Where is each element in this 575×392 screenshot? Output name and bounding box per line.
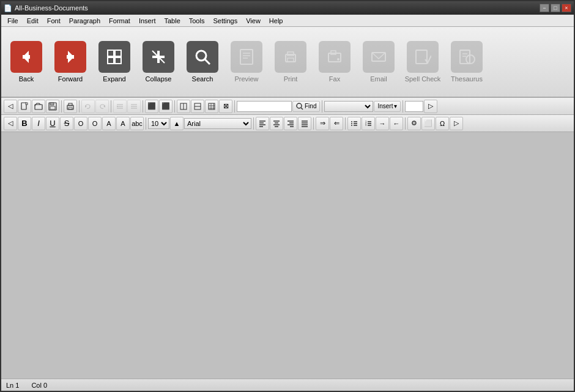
print-small-button[interactable] bbox=[64, 100, 77, 113]
right-align-small[interactable]: ⬛ bbox=[159, 100, 172, 113]
preview-icon-container bbox=[231, 41, 262, 73]
align-right-button[interactable] bbox=[284, 117, 297, 130]
font-name-select[interactable]: Arial Times New Roman Courier New bbox=[184, 118, 251, 129]
print-icon-container bbox=[275, 41, 306, 73]
indent-decrease-button[interactable]: ← bbox=[390, 117, 403, 130]
new-doc-button[interactable] bbox=[18, 100, 31, 113]
color-button[interactable]: A bbox=[116, 117, 130, 130]
menu-tools[interactable]: Tools bbox=[185, 16, 209, 26]
indent-increase-button[interactable]: → bbox=[376, 117, 389, 130]
menu-file[interactable]: File bbox=[4, 16, 22, 26]
forward-label: Forward bbox=[58, 75, 83, 83]
border-button[interactable]: ⬜ bbox=[421, 117, 435, 130]
shadow-button[interactable]: O bbox=[88, 117, 102, 130]
indent-button bbox=[127, 100, 141, 113]
insert-button[interactable]: Insert ▾ bbox=[374, 101, 401, 112]
expand-icon-container bbox=[98, 41, 130, 73]
strikethrough-button[interactable]: S bbox=[60, 117, 73, 130]
titlebar-left: 📄 All-Business-Documents bbox=[4, 4, 88, 12]
toolbar-format: ◁ B I U S O O A A abc 10 12 14 16 ▲ Aria… bbox=[1, 115, 574, 132]
table-insert[interactable] bbox=[205, 100, 218, 113]
minimize-button[interactable]: − bbox=[540, 4, 549, 12]
find-label: Find bbox=[305, 103, 316, 109]
menubar: File Edit Font Paragraph Format Insert T… bbox=[1, 15, 574, 27]
nav-left-button[interactable]: ◁ bbox=[4, 100, 17, 113]
search-label: Search bbox=[192, 75, 213, 83]
menu-edit[interactable]: Edit bbox=[23, 16, 42, 26]
spellcheck-icon-container bbox=[407, 41, 439, 73]
expand-button[interactable]: Expand bbox=[93, 30, 136, 94]
nav-left-format[interactable]: ◁ bbox=[4, 117, 17, 130]
svg-rect-32 bbox=[35, 105, 42, 109]
sep-fmt2 bbox=[253, 117, 254, 130]
nav-right-button[interactable]: ▷ bbox=[424, 100, 437, 113]
menu-view[interactable]: View bbox=[242, 16, 264, 26]
table-delete[interactable]: ⊠ bbox=[219, 100, 232, 113]
fax-icon-container bbox=[319, 41, 351, 73]
menu-font[interactable]: Font bbox=[43, 16, 64, 26]
restore-button[interactable]: □ bbox=[551, 4, 560, 12]
underline-button[interactable]: U bbox=[46, 117, 59, 130]
back-button[interactable]: Back bbox=[5, 30, 48, 94]
left-align-small[interactable]: ⬛ bbox=[145, 100, 158, 113]
menu-table[interactable]: Table bbox=[160, 16, 184, 26]
fax-label: Fax bbox=[329, 75, 340, 83]
bold-button[interactable]: B bbox=[18, 117, 31, 130]
search-icon-container bbox=[187, 41, 218, 73]
justify-button[interactable] bbox=[298, 117, 311, 130]
sep-fmt1 bbox=[146, 117, 146, 130]
spellcheck-small[interactable]: abc bbox=[130, 117, 144, 130]
align-left-button[interactable] bbox=[256, 117, 269, 130]
open-doc-button[interactable] bbox=[32, 100, 45, 113]
menu-insert[interactable]: Insert bbox=[135, 16, 160, 26]
col-status: Col 0 bbox=[31, 382, 47, 389]
font-size-up[interactable]: ▲ bbox=[170, 117, 184, 130]
print-button: Print bbox=[269, 30, 312, 94]
special-char-button[interactable]: Ω bbox=[436, 117, 449, 130]
col-select[interactable] bbox=[177, 100, 190, 113]
preview-label: Preview bbox=[234, 75, 258, 83]
rtl-button[interactable]: ⇐ bbox=[330, 117, 343, 130]
highlight-button[interactable]: A bbox=[102, 117, 116, 130]
search-button[interactable]: Search bbox=[181, 30, 224, 94]
thesaurus-icon-container bbox=[451, 41, 483, 73]
insert-label: Insert bbox=[377, 103, 393, 109]
ltr-button[interactable]: ⇒ bbox=[316, 117, 329, 130]
titlebar: 📄 All-Business-Documents − □ × bbox=[1, 1, 574, 15]
forward-button[interactable]: Forward bbox=[49, 30, 92, 94]
insert-type-dropdown[interactable] bbox=[324, 101, 373, 112]
menu-help[interactable]: Help bbox=[265, 16, 287, 26]
color-swatch[interactable] bbox=[405, 101, 423, 112]
svg-rect-25 bbox=[460, 50, 470, 64]
menu-format[interactable]: Format bbox=[105, 16, 134, 26]
search-input[interactable] bbox=[237, 101, 292, 112]
find-button[interactable]: Find bbox=[292, 101, 320, 112]
svg-rect-52 bbox=[209, 103, 215, 109]
align-center-button[interactable] bbox=[270, 117, 283, 130]
row-select[interactable] bbox=[191, 100, 204, 113]
numbered-list-button[interactable]: 123 bbox=[362, 117, 375, 130]
menu-settings[interactable]: Settings bbox=[209, 16, 241, 26]
sep8 bbox=[402, 100, 403, 113]
italic-button[interactable]: I bbox=[32, 117, 45, 130]
undo-button[interactable] bbox=[81, 100, 95, 113]
titlebar-controls: − □ × bbox=[540, 4, 571, 12]
svg-rect-35 bbox=[50, 106, 55, 109]
line-status: Ln 1 bbox=[6, 382, 19, 389]
preview-icon bbox=[231, 41, 262, 73]
fax-icon bbox=[319, 41, 351, 73]
macro-button[interactable]: ⚙ bbox=[407, 117, 421, 130]
nav-right-format[interactable]: ▷ bbox=[450, 117, 463, 130]
email-icon bbox=[363, 41, 395, 73]
close-button[interactable]: × bbox=[562, 4, 571, 12]
menu-paragraph[interactable]: Paragraph bbox=[65, 16, 104, 26]
redo-button[interactable] bbox=[95, 100, 109, 113]
outline-button[interactable]: O bbox=[74, 117, 87, 130]
outdent-button bbox=[113, 100, 127, 113]
line-label: Ln 1 bbox=[6, 382, 19, 389]
collapse-button[interactable]: Collapse bbox=[137, 30, 180, 94]
save-button[interactable] bbox=[46, 100, 59, 113]
bullet-list-button[interactable] bbox=[347, 117, 361, 130]
font-size-select[interactable]: 10 12 14 16 bbox=[148, 118, 169, 129]
collapse-icon-container bbox=[143, 41, 174, 73]
